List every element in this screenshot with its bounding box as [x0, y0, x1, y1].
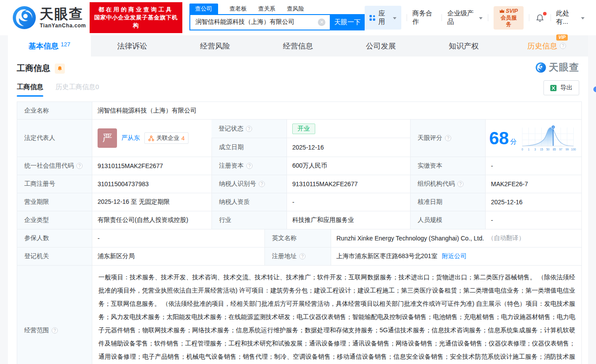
search-tab-relation[interactable]: 查关系 [258, 4, 275, 14]
search-tab-risk[interactable]: 查风险 [287, 4, 304, 14]
score-axis-label: 3 [534, 148, 536, 151]
logo-title: 天眼查 [40, 7, 86, 21]
floating-widget-dot[interactable] [593, 86, 596, 92]
registration-number-label: 工商注册号 [17, 175, 92, 193]
banner-line2: 国家中小企业发展子基金旗下机构 [94, 14, 178, 30]
tab-intellectual-property[interactable]: 知识产权 [422, 35, 505, 56]
svip-member-button[interactable]: SVIP 会员服务 [494, 6, 523, 30]
subtab-history-business-info[interactable]: 历史工商信息0 [56, 83, 99, 97]
score-value-cell: 68 分 [485, 120, 581, 157]
legal-rep-avatar[interactable]: 严 [98, 128, 117, 148]
tab-operation-info[interactable]: 经营信息 [257, 35, 339, 56]
related-companies-count: 4 [181, 135, 185, 142]
score-axis-label: 15 [539, 148, 543, 151]
help-icon[interactable] [457, 181, 464, 187]
divider [488, 14, 488, 21]
english-name-value: Runzhi Xinke Energy Technology (Shanghai… [331, 229, 581, 247]
auto-translate-note: （自动翻译） [487, 234, 524, 242]
organization-code-value: MAK2FE26-7 [485, 175, 581, 193]
export-button[interactable]: 导出 [543, 80, 579, 95]
approval-date-label: 核准日期 [410, 193, 485, 211]
table-row: 企业名称 润智信科能源科技（上海）有限公司 [17, 102, 581, 120]
search-tab-company[interactable]: 查公司 [189, 4, 218, 14]
status-badge: 开业 [292, 124, 315, 134]
top-right-nav: 应用 商务合作 企业级产品 SVIP 会员服务 [365, 6, 585, 30]
chevron-down-icon [581, 17, 585, 19]
nearby-companies-link[interactable]: 附近公司 [442, 252, 467, 260]
business-scope-value: 一般项目：技术服务、技术开发、技术咨询、技术交流、技术转让、技术推广；软件开发；… [92, 266, 581, 364]
tab-company-development[interactable]: 公司发展 [339, 35, 422, 56]
score-number: 68 [489, 129, 509, 147]
score-axis-label: 99 [565, 148, 569, 151]
score-axis-label: 1 [528, 148, 529, 151]
vip-badge: VIP [556, 34, 568, 41]
company-name-value: 润智信科能源科技（上海）有限公司 [92, 102, 581, 119]
chevron-down-icon [479, 17, 483, 19]
score-axis-label: 97 [559, 148, 562, 151]
table-row: 统一社会信用代码 91310115MAK2FE2677 注册资本 600万人民币… [17, 157, 581, 175]
clear-search-icon[interactable] [318, 19, 325, 26]
business-info-table: 企业名称 润智信科能源科技（上海）有限公司 法定代表人 严 严从东 关联企业 4 [17, 101, 582, 364]
tab-history-info[interactable]: 历史信息 VIP [505, 35, 588, 56]
tab-legal-proceedings[interactable]: 法律诉讼 [91, 35, 174, 56]
business-scope-label: 经营范围 [17, 266, 92, 364]
bell-icon [57, 66, 63, 71]
basic-info-count: 127 [61, 41, 71, 48]
legal-rep-cell: 严 严从东 关联企业 4 [92, 120, 211, 157]
search-tabs: 查公司 查老板 查关系 查风险 [189, 4, 365, 14]
related-companies-badge[interactable]: 关联企业 4 [144, 132, 189, 144]
organization-code-label: 组织机构代码 [410, 175, 485, 193]
org-chart-icon [148, 135, 154, 141]
promo-banner: 都在用的商业查询工具 国家中小企业发展子基金旗下机构 [90, 2, 182, 33]
divider [441, 14, 442, 21]
credit-code-label: 统一社会信用代码 [17, 157, 92, 175]
help-icon[interactable] [76, 163, 83, 169]
banner-line1: 都在用的商业查询工具 [94, 6, 178, 14]
tianyancha-watermark: 天眼查 [536, 61, 579, 74]
help-icon[interactable] [259, 181, 265, 187]
establish-date-label: 成立日期 [211, 138, 287, 157]
svip-label: SVIP [506, 8, 518, 15]
subtab-business-info[interactable]: 工商信息 [17, 83, 43, 97]
search-button[interactable]: 天眼一下 [330, 14, 365, 30]
tab-operation-risk[interactable]: 经营风险 [174, 35, 257, 56]
enterprise-products-link[interactable]: 企业级产品 [447, 9, 483, 26]
monitor-bell-button[interactable] [55, 64, 65, 74]
english-name-label: 英文名称 [264, 229, 331, 247]
account-menu[interactable]: 此处有... [556, 9, 585, 26]
help-icon[interactable] [445, 135, 451, 141]
divider [529, 14, 529, 21]
registered-capital-label: 注册资本 [211, 157, 287, 175]
taxpayer-id-value: 91310115MAK2FE2677 [287, 175, 410, 193]
business-info-subtabs: 工商信息 历史工商信息0 [17, 83, 99, 97]
search-input[interactable] [189, 14, 330, 30]
paid-in-capital-label: 实缴资本 [410, 157, 485, 175]
table-row: 工商注册号 310115004737983 纳税人识别号 91310115MAK… [17, 175, 581, 193]
legal-rep-name-link[interactable]: 严从东 [121, 134, 140, 142]
help-icon[interactable] [52, 327, 58, 334]
excel-icon [550, 85, 557, 91]
search-tab-boss[interactable]: 查老板 [230, 4, 247, 14]
tab-basic-info[interactable]: 基本信息 127 [8, 35, 91, 56]
search-block: 查公司 查老板 查关系 查风险 天眼一下 [189, 4, 365, 30]
notifications-button[interactable] [535, 13, 545, 23]
help-icon[interactable] [560, 43, 566, 49]
score-axis-label: 85 [552, 148, 556, 151]
help-icon[interactable] [246, 163, 253, 169]
establish-date-value: 2025-12-16 [287, 138, 410, 157]
business-cooperation-link[interactable]: 商务合作 [412, 9, 436, 26]
help-icon[interactable] [246, 126, 252, 132]
taxpayer-id-label: 纳税人识别号 [211, 175, 287, 193]
apps-button[interactable]: 应用 [365, 6, 401, 30]
business-info-card: 工商信息 天眼查 工商信息 历史工商信息0 导出 企业名称 润智信 [8, 56, 588, 364]
company-section-tabs: 基本信息 127 法律诉讼 经营风险 经营信息 公司发展 知识产权 历史信息 V… [8, 35, 588, 56]
table-row: 参保人数 - 英文名称 Runzhi Xinke Energy Technolo… [17, 229, 581, 248]
section-title: 工商信息 [17, 63, 50, 74]
table-row: 企业类型 有限责任公司(自然人投资或控股) 行业 科技推广和应用服务业 人员规模… [17, 211, 581, 229]
tianyancha-logo[interactable]: 天眼查 TianYanCha.com [12, 6, 86, 30]
table-row: 法定代表人 严 严从东 关联企业 4 登记状态 [17, 120, 581, 157]
table-row: 登记机关 浦东新区分局 注册地址 上海市浦东新区枣庄路683号北201室 附近公… [17, 248, 581, 266]
help-icon[interactable] [299, 253, 306, 259]
approval-date-value: 2025-12-16 [485, 193, 581, 211]
company-type-value: 有限责任公司(自然人投资或控股) [92, 211, 211, 229]
